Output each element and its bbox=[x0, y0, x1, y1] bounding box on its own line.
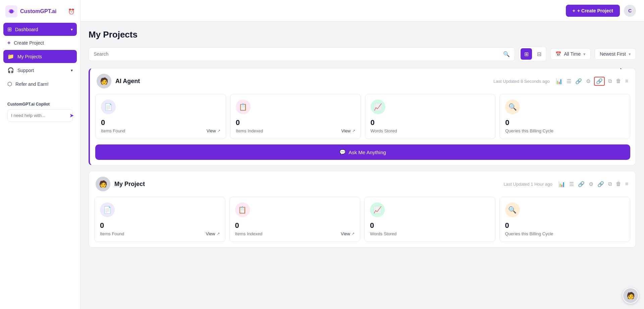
items-found-icon: 📄 bbox=[104, 103, 113, 111]
all-time-dropdown[interactable]: 📅 All Time ▾ bbox=[550, 48, 591, 60]
project-name-ai-agent: AI Agent bbox=[115, 78, 140, 85]
queries-icon-2: 🔍 bbox=[508, 206, 517, 214]
create-project-button-label: + Create Project bbox=[577, 8, 613, 13]
words-stored-footer-2: Words Stored bbox=[370, 231, 490, 236]
items-indexed-icon-wrap-2: 📋 bbox=[235, 202, 250, 217]
headset-icon: 🎧 bbox=[7, 67, 14, 73]
stats-grid-ai-agent: 📄 0 Items Found View ↗ 📋 bbox=[90, 94, 636, 144]
logo-icon bbox=[5, 5, 17, 17]
ask-me-label-1: Ask Me Anything bbox=[348, 149, 386, 155]
copy-icon-2[interactable]: ⧉ bbox=[607, 180, 612, 188]
sidebar-item-dashboard[interactable]: ⊞ Dashboard ▾ bbox=[3, 23, 77, 36]
copilot-section: CustomGPT.ai Copilot ➤ bbox=[3, 98, 77, 126]
copy-icon[interactable]: ⧉ bbox=[607, 77, 612, 85]
sidebar-item-my-projects-label: My Projects bbox=[17, 54, 42, 59]
project-header-my-project: 🧑 My Project Last Updated 1 Hour ago 📊 ☰… bbox=[89, 171, 636, 197]
arrow-line bbox=[621, 68, 621, 69]
items-found-value-2: 0 bbox=[100, 221, 220, 230]
send-icon[interactable]: ➤ bbox=[69, 112, 74, 119]
items-found-view-1[interactable]: View ↗ bbox=[207, 128, 220, 133]
queries-icon: 🔍 bbox=[508, 103, 517, 111]
svg-point-2 bbox=[9, 9, 11, 11]
sidebar-item-support[interactable]: 🎧 Support ▾ bbox=[3, 64, 77, 77]
view-text-1: View bbox=[207, 128, 216, 133]
arrow-annotation bbox=[619, 68, 623, 69]
ask-me-anything-bar-1[interactable]: 💬 Ask Me Anything bbox=[95, 144, 630, 160]
words-stored-value-1: 0 bbox=[371, 118, 490, 127]
link-icon-2[interactable]: 🔗 bbox=[577, 180, 585, 188]
items-found-footer-2: Items Found View ↗ bbox=[100, 231, 220, 236]
items-indexed-icon-wrap: 📋 bbox=[236, 100, 251, 114]
sidebar-item-my-projects[interactable]: 📁 My Projects bbox=[3, 50, 77, 63]
items-found-value-1: 0 bbox=[101, 118, 220, 127]
sidebar-item-support-label: Support bbox=[17, 68, 34, 73]
queries-icon-wrap: 🔍 bbox=[505, 100, 520, 114]
items-indexed-label-2: Items Indexed bbox=[235, 231, 263, 236]
stat-card-items-found-2: 📄 0 Items Found View ↗ bbox=[94, 197, 225, 242]
sidebar-item-refer-label: Refer and Earn! bbox=[15, 81, 49, 87]
project-updated-ai-agent: Last Updated 8 Seconds ago bbox=[493, 79, 550, 84]
stat-card-words-stored-2: 📈 0 Words Stored bbox=[364, 197, 495, 242]
sidebar: CustomGPT.ai ⏰ ⊞ Dashboard ▾ + Create Pr… bbox=[0, 0, 80, 309]
items-indexed-view-2[interactable]: View ↗ bbox=[341, 231, 355, 236]
create-project-button[interactable]: + + Create Project bbox=[566, 5, 620, 17]
plus-icon: + bbox=[7, 40, 10, 46]
menu-icon[interactable]: ≡ bbox=[625, 77, 629, 85]
sidebar-item-create-project-label: Create Project bbox=[14, 40, 44, 46]
copilot-input[interactable] bbox=[11, 113, 67, 118]
words-stored-icon-wrap-2: 📈 bbox=[370, 202, 385, 217]
list-view-button[interactable]: ⊞ bbox=[521, 48, 532, 60]
bottom-user-avatar[interactable]: 🧑 bbox=[623, 288, 639, 304]
bar-chart-icon[interactable]: 📊 bbox=[555, 77, 563, 85]
link-icon[interactable]: 🔗 bbox=[575, 77, 583, 85]
page-title: My Projects bbox=[89, 29, 636, 40]
words-stored-value-2: 0 bbox=[370, 221, 490, 230]
words-stored-label-1: Words Stored bbox=[371, 128, 397, 133]
queries-value-2: 0 bbox=[505, 221, 625, 230]
bar-chart-icon-2[interactable]: 📊 bbox=[558, 180, 566, 188]
items-indexed-value-1: 0 bbox=[236, 118, 355, 127]
calendar-icon: 📅 bbox=[555, 51, 561, 57]
items-indexed-icon-2: 📋 bbox=[238, 206, 247, 214]
view-text-indexed-1: View bbox=[341, 128, 351, 133]
list-icon-2[interactable]: ☰ bbox=[569, 180, 575, 188]
external-link-small-icon-2: ↗ bbox=[352, 129, 355, 133]
grid-view-button[interactable]: ⊟ bbox=[533, 48, 545, 60]
stat-card-items-found-1: 📄 0 Items Found View ↗ bbox=[95, 94, 226, 139]
menu-icon-2[interactable]: ≡ bbox=[625, 180, 629, 188]
stats-grid-my-project: 📄 0 Items Found View ↗ 📋 bbox=[89, 197, 636, 247]
chevron-down-icon-newest: ▾ bbox=[629, 52, 631, 57]
search-input[interactable] bbox=[94, 51, 500, 57]
project-actions-ai-agent: Last Updated 8 Seconds ago 📊 ☰ 🔗 ⚙ 🔗 ⧉ 🗑… bbox=[493, 77, 629, 86]
sidebar-item-refer[interactable]: ⬡ Refer and Earn! bbox=[3, 77, 77, 90]
settings-icon[interactable]: ⚙ bbox=[585, 77, 591, 85]
trash-icon[interactable]: 🗑 bbox=[615, 77, 622, 85]
settings-icon-2[interactable]: ⚙ bbox=[588, 180, 594, 188]
folder-icon: 📁 bbox=[7, 53, 14, 60]
items-found-view-2[interactable]: View ↗ bbox=[206, 231, 220, 236]
external-link-icon[interactable]: 🔗 bbox=[594, 77, 605, 86]
items-indexed-view-1[interactable]: View ↗ bbox=[341, 128, 355, 133]
items-found-footer-1: Items Found View ↗ bbox=[101, 128, 220, 133]
external-link-icon-2[interactable]: 🔗 bbox=[597, 180, 605, 188]
stat-card-items-indexed-1: 📋 0 Items Indexed View ↗ bbox=[230, 94, 361, 139]
trash-icon-2[interactable]: 🗑 bbox=[615, 180, 622, 188]
list-icon[interactable]: ☰ bbox=[566, 77, 572, 85]
project-avatar-my-project: 🧑 bbox=[96, 177, 110, 191]
sidebar-item-create-project[interactable]: + Create Project bbox=[3, 37, 77, 49]
items-found-label-1: Items Found bbox=[101, 128, 125, 133]
items-indexed-icon: 📋 bbox=[239, 103, 247, 111]
plus-icon-topbar: + bbox=[573, 8, 575, 13]
logo-text: CustomGPT.ai bbox=[20, 8, 56, 14]
newest-first-dropdown[interactable]: Newest First ▾ bbox=[595, 48, 636, 60]
external-link-small-icon-3: ↗ bbox=[217, 232, 220, 236]
items-indexed-label-1: Items Indexed bbox=[236, 128, 263, 133]
clock-icon: ⏰ bbox=[68, 8, 75, 15]
project-card-my-project: 🧑 My Project Last Updated 1 Hour ago 📊 ☰… bbox=[89, 171, 636, 248]
stat-card-words-stored-1: 📈 0 Words Stored bbox=[365, 94, 496, 139]
items-found-label-2: Items Found bbox=[100, 231, 124, 236]
project-card-ai-agent: 🧑 AI Agent Last Updated 8 Seconds ago 📊 … bbox=[89, 68, 636, 166]
user-avatar[interactable]: C bbox=[624, 5, 636, 17]
items-found-icon-2: 📄 bbox=[103, 206, 112, 214]
view-text-2: View bbox=[206, 231, 215, 236]
